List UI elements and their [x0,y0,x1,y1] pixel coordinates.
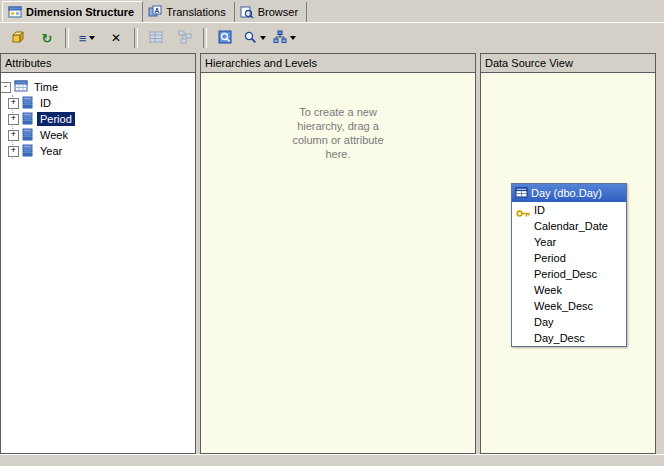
tab-dimension-structure[interactable]: Dimension Structure [2,1,143,22]
zoom-region-button[interactable] [211,26,239,50]
reconnect-button[interactable]: ↻ [33,26,61,50]
show-grid-button[interactable] [142,26,170,50]
dsv-field-row[interactable]: Year [512,234,626,250]
collapse-toggle[interactable] [1,82,11,93]
show-diagram-button[interactable] [171,26,199,50]
dsv-table-header[interactable]: Day (dbo.Day) [512,184,626,202]
expand-toggle[interactable] [8,114,19,125]
attributes-pane-title: Attributes [1,54,195,73]
process-cube-icon [11,30,25,46]
dsv-pane-body[interactable]: Day (dbo.Day) ID Calendar_Date [481,73,655,453]
dsv-field-name: Day [534,316,554,328]
dimension-designer-window: Dimension Structure Translations Brows [0,0,664,466]
dsv-field-row[interactable]: Calendar_Date [512,218,626,234]
dsv-field-name: ID [534,204,545,216]
chevron-down-icon [290,36,296,40]
dsv-field-name: Week_Desc [534,300,593,312]
attribute-icon [22,144,34,159]
chevron-down-icon [260,36,266,40]
attribute-icon [22,112,34,127]
hierarchy-drop-hint: To create a new hierarchy, drag a column… [279,105,397,161]
layout-dropdown[interactable] [270,26,299,50]
dsv-field-name: Calendar_Date [534,220,608,232]
zoom-dropdown[interactable] [240,26,269,50]
tree-node-label[interactable]: Time [31,80,61,94]
grid-icon [149,30,163,46]
dsv-field-name: Week [534,284,562,296]
dsv-field-row[interactable]: Period [512,250,626,266]
tree-node-label[interactable]: Year [37,144,65,158]
tab-label: Dimension Structure [26,6,134,18]
toolbar-separator [134,28,138,48]
expand-toggle[interactable] [8,146,19,157]
dsv-table-day[interactable]: Day (dbo.Day) ID Calendar_Date [511,183,627,347]
layout-icon [273,30,287,46]
data-source-view-pane: Data Source View Day (dbo.Day) [480,53,656,454]
diagram-icon [178,30,192,46]
dsv-pane-title: Data Source View [481,54,655,73]
chevron-down-icon [89,36,95,40]
refresh-icon: ↻ [42,32,53,45]
delete-x-icon: ✕ [111,32,121,45]
table-icon [515,186,528,201]
designer-toolbar: ↻ ≡ ✕ [0,22,664,53]
dsv-field-row[interactable]: Week [512,282,626,298]
translations-tab-icon [148,5,162,19]
attribute-icon [22,96,34,111]
hierarchies-pane-title: Hierarchies and Levels [201,54,475,73]
tree-node-period[interactable]: Period [13,111,195,127]
dsv-field-row[interactable]: Period_Desc [512,266,626,282]
toolbar-separator [203,28,207,48]
tree-node-label[interactable]: ID [37,96,54,110]
tab-browser[interactable]: Browser [235,2,307,22]
zoom-region-icon [218,30,232,46]
designer-tabstrip: Dimension Structure Translations Brows [0,0,664,22]
toolbar-separator [65,28,69,48]
attributes-pane: Attributes [0,53,196,454]
dsv-field-row[interactable]: Day [512,314,626,330]
dsv-field-row[interactable]: Day_Desc [512,330,626,346]
dsv-field-name: Day_Desc [534,332,585,344]
tab-translations[interactable]: Translations [143,2,235,22]
tab-label: Translations [166,6,226,18]
tree-children: ID Period [12,95,195,159]
dimension-structure-tab-icon [8,5,22,19]
list-icon: ≡ [79,32,87,45]
bottom-scroll-strip [0,454,664,466]
attribute-view-dropdown[interactable]: ≡ [73,26,101,50]
hierarchies-pane-body[interactable]: To create a new hierarchy, drag a column… [201,73,475,453]
browser-tab-icon [240,5,254,19]
attributes-tree: Time ID [1,73,195,159]
tree-node-id[interactable]: ID [13,95,195,111]
tab-label: Browser [258,6,298,18]
expand-toggle[interactable] [8,130,19,141]
tree-node-year[interactable]: Year [13,143,195,159]
attributes-pane-body: Time ID [1,73,195,453]
expand-toggle[interactable] [8,98,19,109]
tree-node-label[interactable]: Period [37,112,75,126]
magnifier-icon [243,30,257,46]
dsv-field-row[interactable]: Week_Desc [512,298,626,314]
attribute-icon [22,128,34,143]
dsv-field-row[interactable]: ID [512,202,626,218]
dsv-field-name: Period [534,252,566,264]
dsv-table-title: Day (dbo.Day) [531,187,602,199]
delete-button[interactable]: ✕ [102,26,130,50]
process-button[interactable] [4,26,32,50]
designer-panes: Attributes [0,53,664,454]
hierarchies-pane: Hierarchies and Levels To create a new h… [200,53,476,454]
dsv-field-name: Year [534,236,556,248]
dimension-icon [14,79,28,95]
dsv-field-name: Period_Desc [534,268,597,280]
tree-node-week[interactable]: Week [13,127,195,143]
tree-node-time[interactable]: Time [5,79,195,95]
tree-node-label[interactable]: Week [37,128,71,142]
